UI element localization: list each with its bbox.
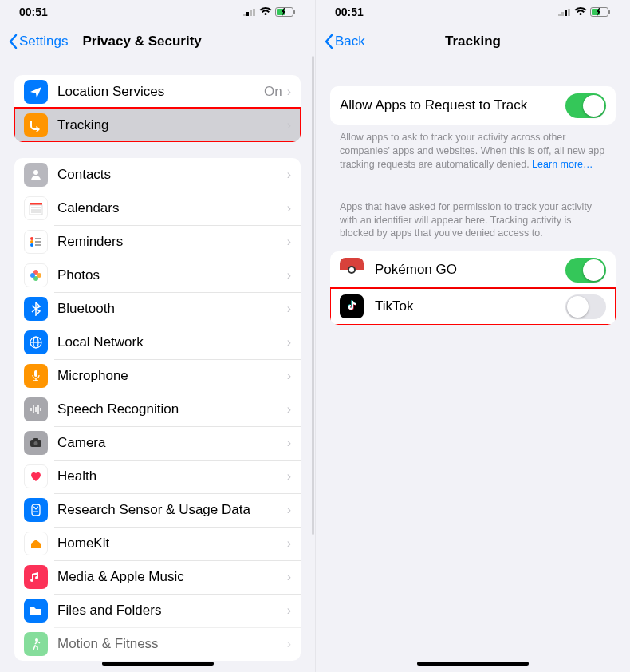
svg-point-7	[33, 170, 38, 175]
chevron-right-icon: ›	[287, 235, 291, 249]
row-label: HomeKit	[57, 536, 287, 551]
row-value: On	[264, 84, 282, 100]
row-media[interactable]: Media & Apple Music ›	[14, 560, 301, 594]
row-reminders[interactable]: Reminders ›	[14, 225, 301, 259]
row-research[interactable]: Research Sensor & Usage Data ›	[14, 493, 301, 527]
row-bluetooth[interactable]: Bluetooth ›	[14, 292, 301, 326]
page-title: Privacy & Security	[82, 34, 201, 49]
homekit-icon	[24, 532, 48, 555]
row-label: Location Services	[57, 84, 264, 100]
music-icon	[24, 565, 48, 589]
chevron-right-icon: ›	[287, 302, 291, 316]
row-local-network[interactable]: Local Network ›	[14, 326, 301, 359]
nav-bar: Settings Privacy & Security	[0, 24, 315, 59]
svg-rect-38	[561, 12, 564, 16]
row-calendars[interactable]: Calendars ›	[14, 192, 301, 225]
svg-rect-26	[34, 370, 37, 377]
row-label: Camera	[57, 435, 287, 451]
calendar-icon	[24, 196, 48, 220]
group-location-tracking: Location Services On › Tracking ›	[14, 75, 301, 142]
row-speech[interactable]: Speech Recognition ›	[14, 393, 301, 426]
row-label: Health	[57, 468, 287, 484]
chevron-right-icon: ›	[287, 201, 291, 215]
chevron-right-icon: ›	[287, 268, 291, 283]
svg-point-14	[30, 240, 33, 243]
back-button[interactable]: Settings	[8, 34, 68, 49]
apps-group: Pokémon GO TikTok	[330, 251, 616, 325]
row-label: Calendars	[57, 200, 287, 216]
waveform-icon	[24, 397, 48, 421]
clock: 00:51	[19, 6, 48, 18]
bluetooth-icon	[24, 297, 48, 321]
microphone-icon	[24, 364, 48, 388]
row-health[interactable]: Health ›	[14, 460, 301, 493]
row-camera[interactable]: Camera ›	[14, 426, 301, 460]
row-contacts[interactable]: Contacts ›	[14, 158, 301, 192]
svg-rect-43	[608, 10, 610, 14]
reminders-icon	[24, 230, 48, 254]
chevron-right-icon: ›	[287, 536, 291, 551]
svg-point-13	[30, 237, 33, 240]
learn-more-link[interactable]: Learn more…	[532, 159, 593, 170]
row-photos[interactable]: Photos ›	[14, 259, 301, 292]
chevron-left-icon	[8, 34, 18, 49]
tiktok-icon	[340, 294, 364, 318]
nav-bar: Back Tracking	[316, 24, 630, 59]
scrollbar[interactable]	[312, 56, 314, 535]
back-button[interactable]: Back	[324, 34, 365, 49]
row-tracking[interactable]: Tracking ›	[14, 109, 301, 142]
svg-rect-34	[33, 438, 38, 441]
svg-rect-39	[565, 10, 567, 16]
status-indicators	[243, 7, 296, 17]
battery-charging-icon	[590, 7, 611, 17]
apps-description: Apps that have asked for permission to t…	[324, 194, 622, 241]
svg-point-15	[30, 243, 33, 247]
back-label: Settings	[19, 34, 68, 49]
chevron-right-icon: ›	[287, 369, 291, 383]
row-microphone[interactable]: Microphone ›	[14, 359, 301, 393]
chevron-right-icon: ›	[287, 603, 291, 618]
row-label: Motion & Fitness	[57, 636, 287, 652]
pokemon-go-icon	[340, 258, 364, 282]
cellular-icon	[243, 8, 256, 16]
location-icon	[24, 80, 48, 104]
row-files[interactable]: Files and Folders ›	[14, 594, 301, 627]
status-bar: 00:51	[316, 0, 630, 24]
app-label: Pokémon GO	[375, 262, 565, 278]
tiktok-toggle[interactable]	[565, 294, 606, 319]
home-indicator[interactable]	[102, 662, 214, 666]
home-indicator[interactable]	[417, 662, 529, 666]
camera-icon	[24, 431, 48, 455]
chevron-right-icon: ›	[287, 570, 291, 584]
status-indicators	[558, 7, 611, 17]
svg-rect-0	[243, 14, 246, 16]
chevron-right-icon: ›	[287, 637, 291, 651]
svg-rect-2	[250, 10, 252, 16]
tracking-screen: 00:51 Back Tracking Allow Apps to Reques…	[315, 0, 630, 672]
row-label: Photos	[57, 267, 287, 283]
row-allow-tracking: Allow Apps to Request to Track	[330, 86, 616, 125]
row-label: Research Sensor & Usage Data	[57, 502, 287, 518]
row-homekit[interactable]: HomeKit ›	[14, 527, 301, 560]
app-label: TikTok	[375, 298, 565, 314]
row-location-services[interactable]: Location Services On ›	[14, 75, 301, 109]
row-motion[interactable]: Motion & Fitness ›	[14, 627, 301, 661]
allow-tracking-toggle[interactable]	[565, 93, 606, 118]
row-label: Files and Folders	[57, 603, 287, 619]
pokemon-go-toggle[interactable]	[565, 258, 606, 283]
row-label: Tracking	[57, 117, 287, 133]
motion-icon	[24, 632, 48, 656]
clock: 00:51	[335, 6, 364, 18]
row-label: Speech Recognition	[57, 401, 287, 417]
page-title: Tracking	[445, 34, 501, 49]
chevron-right-icon: ›	[287, 469, 291, 484]
cellular-icon	[558, 8, 571, 16]
allow-tracking-description: Allow apps to ask to track your activity…	[324, 125, 622, 172]
health-icon	[24, 464, 48, 488]
privacy-security-screen: 00:51 Settings Privacy & Security Locati…	[0, 0, 315, 672]
chevron-right-icon: ›	[287, 118, 291, 132]
row-pokemon-go: Pokémon GO	[330, 251, 616, 288]
row-label: Media & Apple Music	[57, 569, 287, 585]
svg-rect-37	[558, 14, 561, 16]
chevron-right-icon: ›	[287, 85, 291, 99]
